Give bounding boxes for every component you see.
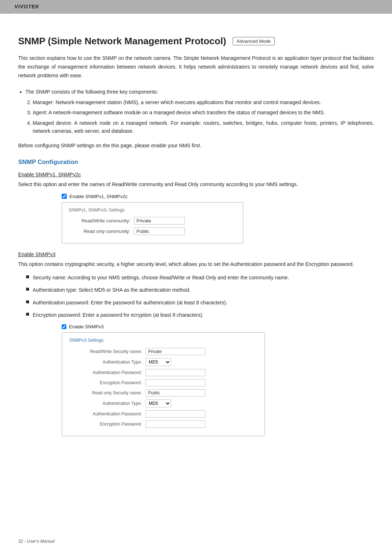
snmpv3-label-ro-security: Read only Security name:	[69, 390, 146, 395]
snmpv3-field-row-0: Read/Write Security name:	[69, 348, 257, 355]
brand-label: VIVOTEK	[15, 4, 39, 9]
before-config-text: Before configuring SNMP settings on the …	[18, 141, 374, 149]
snmpv3-checkbox[interactable]	[62, 324, 66, 329]
enable-snmpv1-heading: Enable SNMPv1, SNMPv2c	[18, 172, 374, 177]
snmpv3-bullet-text-2: Authentication password: Enter the passw…	[33, 299, 227, 307]
bullet-sq-2	[26, 300, 29, 303]
snmpv3-bullet-text-3: Encryption password: Enter a password fo…	[33, 311, 204, 319]
snmpv3-label-auth-password-1: Authentication Password:	[69, 370, 146, 375]
intro-text: This section explains how to use the SNM…	[18, 54, 374, 80]
snmpv3-bullet-0: Security name: According to your NMS set…	[26, 274, 374, 282]
snmpv3-settings-box: SNMPv3 Settings Read/Write Security name…	[62, 332, 265, 436]
key-components-heading: The SNMP consists of the following three…	[25, 88, 374, 96]
snmpv3-ro-security-input[interactable]	[146, 389, 205, 397]
snmpv1-field-label-0: Read/Write community:	[69, 218, 134, 223]
snmpv1-checkbox-row: Enable SNMPv1, SNMPv2c	[62, 194, 374, 199]
snmpv3-bullets: Security name: According to your NMS set…	[26, 274, 374, 319]
snmpv3-label-enc-password-1: Encryption Password:	[69, 380, 146, 385]
snmpv1-field-row-0: Read/Write community:	[69, 217, 236, 225]
key-components-list: The SNMP consists of the following three…	[25, 88, 374, 135]
snmpv3-auth-type-select-2[interactable]: MD5 SHA	[146, 399, 171, 407]
snmp-config-title: SNMP Configuration	[18, 159, 374, 166]
snmpv3-field-row-5: Authentication Type: MD5 SHA	[69, 399, 257, 407]
numbered-item-3: Managed device: A network node on a mana…	[33, 119, 374, 135]
snmpv3-auth-password-input-1[interactable]	[146, 369, 205, 376]
snmpv3-bullet-text-0: Security name: According to your NMS set…	[33, 274, 289, 282]
snmpv1-field-row-1: Read only community:	[69, 227, 236, 235]
snmpv1-rw-community-input[interactable]	[134, 217, 185, 225]
snmpv3-label-rw-security: Read/Write Security name:	[69, 349, 146, 354]
page-wrapper: VIVOTEK SNMP (Simple Network Management …	[0, 0, 392, 554]
enable-snmpv3-heading: Enable SNMPv3	[18, 251, 374, 257]
footer-text: 32 - User's Manual	[18, 539, 54, 544]
snmpv3-bullet-1: Authentication type: Select MD5 or SHA a…	[26, 286, 374, 294]
snmpv3-field-row-6: Authentication Password:	[69, 410, 257, 418]
advanced-mode-badge[interactable]: Advanced Mode	[233, 37, 275, 45]
snmpv3-enc-password-input-2[interactable]	[146, 420, 205, 428]
snmpv3-bullet-3: Encryption password: Enter a password fo…	[26, 311, 374, 319]
snmpv3-bullet-2: Authentication password: Enter the passw…	[26, 299, 374, 307]
snmpv3-label-auth-type-2: Authentication Type:	[69, 401, 146, 406]
page-title-row: SNMP (Simple Network Management Protocol…	[18, 36, 374, 47]
enable-snmpv3-desc: This option contains cryptographic secur…	[18, 260, 374, 268]
snmpv3-label-auth-type-1: Authentication Type:	[69, 360, 146, 365]
snmpv3-field-row-2: Authentication Password:	[69, 369, 257, 376]
snmpv3-rw-security-input[interactable]	[146, 348, 205, 355]
snmpv1-ro-community-input[interactable]	[134, 227, 185, 235]
numbered-item-2: Agent: A network-management software mod…	[33, 108, 374, 116]
snmpv1-settings-title: SNMPv1, SNMPv2c Settings	[69, 208, 236, 213]
snmpv3-enc-password-input-1[interactable]	[146, 379, 205, 386]
numbered-item-1: Manager: Network-management station (NMS…	[33, 98, 374, 106]
snmpv1-checkbox-label: Enable SNMPv1, SNMPv2c	[69, 194, 127, 199]
snmpv3-label-auth-password-2: Authentication Password:	[69, 411, 146, 416]
bullet-sq-0	[26, 275, 29, 278]
snmpv3-label-enc-password-2: Encryption Password:	[69, 422, 146, 427]
snmpv3-checkbox-row: Enable SNMPv3	[62, 324, 374, 329]
snmpv3-bullet-text-1: Authentication type: Select MD5 or SHA a…	[33, 286, 191, 294]
snmpv3-field-row-7: Encryption Password:	[69, 420, 257, 428]
snmpv3-field-row-3: Encryption Password:	[69, 379, 257, 386]
snmpv3-field-row-1: Authentication Type: MD5 SHA	[69, 358, 257, 366]
enable-snmpv1-desc: Select this option and enter the names o…	[18, 180, 374, 189]
page-title: SNMP (Simple Network Management Protocol…	[18, 36, 226, 47]
snmpv1-field-label-1: Read only community:	[69, 229, 134, 234]
snmpv1-settings-box: SNMPv1, SNMPv2c Settings Read/Write comm…	[62, 202, 243, 243]
snmpv3-auth-password-input-2[interactable]	[146, 410, 205, 418]
bullet-sq-3	[26, 313, 29, 316]
top-bar: VIVOTEK	[0, 0, 392, 13]
snmpv3-settings-title: SNMPv3 Settings	[69, 338, 257, 343]
snmpv1-checkbox[interactable]	[62, 194, 67, 199]
snmpv3-auth-type-select-1[interactable]: MD5 SHA	[146, 358, 171, 366]
main-content: SNMP (Simple Network Management Protocol…	[0, 25, 392, 466]
snmpv3-field-row-4: Read only Security name:	[69, 389, 257, 397]
bullet-sq-1	[26, 288, 29, 291]
snmpv3-checkbox-label: Enable SNMPv3	[69, 324, 103, 329]
